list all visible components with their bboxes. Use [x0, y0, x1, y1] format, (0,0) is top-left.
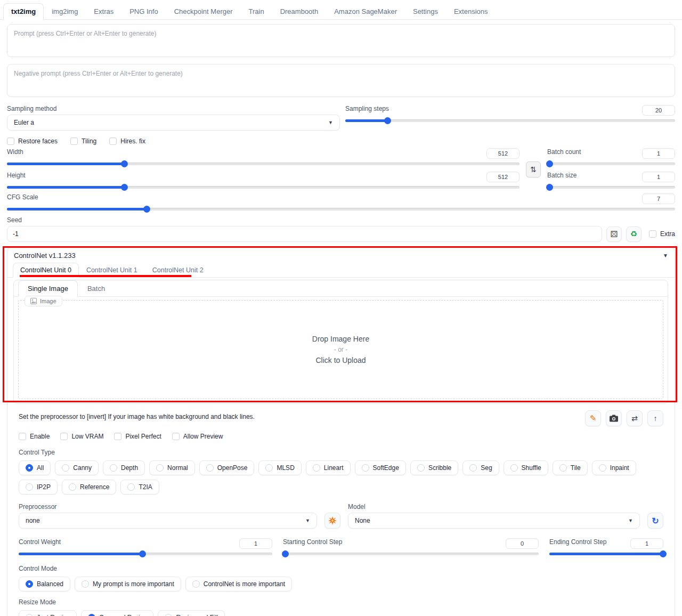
radio-icon	[206, 464, 214, 472]
tab-controlnet-unit-1[interactable]: ControlNet Unit 1	[79, 263, 145, 278]
control-weight-value[interactable]: 1	[239, 538, 272, 549]
control-mode-prompt-important[interactable]: My prompt is more important	[75, 577, 181, 591]
sampling-steps-value[interactable]: 20	[642, 105, 675, 116]
swap-horizontal-icon: ⇄	[631, 414, 638, 423]
controlnet-title: ControlNet v1.1.233	[14, 252, 76, 260]
control-type-normal[interactable]: Normal	[149, 460, 195, 475]
resize-mode-just-resize[interactable]: Just Resize	[19, 610, 77, 616]
batch-size-label: Batch size	[547, 172, 577, 179]
allow-preview-checkbox[interactable]: Allow Preview	[172, 433, 223, 440]
option-label: Reference	[80, 483, 109, 491]
control-type-openpose[interactable]: OpenPose	[199, 460, 255, 475]
height-value[interactable]: 512	[486, 172, 519, 182]
batch-count-value[interactable]: 1	[642, 148, 675, 159]
reuse-seed-button[interactable]: ♻	[626, 226, 642, 242]
control-type-shuffle[interactable]: Shuffle	[504, 460, 548, 475]
tab-single-image[interactable]: Single Image	[18, 280, 78, 297]
control-type-inpaint[interactable]: Inpaint	[592, 460, 636, 475]
tab-controlnet-unit-2[interactable]: ControlNet Unit 2	[145, 263, 211, 278]
prompt-input[interactable]	[7, 24, 675, 57]
tab-controlnet-unit-0[interactable]: ControlNet Unit 0	[13, 263, 79, 278]
preprocessor-dropdown[interactable]: none ▼	[19, 513, 317, 529]
tab-extensions[interactable]: Extensions	[446, 3, 496, 20]
webcam-button[interactable]	[606, 410, 622, 426]
tab-dreambooth[interactable]: Dreambooth	[272, 3, 327, 20]
sampling-method-dropdown[interactable]: Euler a ▼	[7, 115, 340, 131]
mirror-webcam-button[interactable]: ⇄	[627, 410, 643, 426]
sampling-steps-slider[interactable]	[345, 117, 675, 124]
control-type-t2ia[interactable]: T2IA	[120, 480, 159, 495]
run-preprocessor-button[interactable]	[324, 513, 340, 529]
tab-txt2img[interactable]: txt2img	[3, 3, 44, 20]
negative-prompt-input[interactable]	[7, 64, 675, 97]
image-dropzone[interactable]: Image Drop Image Here - or - Click to Up…	[18, 300, 663, 399]
tab-amazon-sagemaker[interactable]: Amazon SageMaker	[326, 3, 405, 20]
control-type-scribble[interactable]: Scribble	[410, 460, 458, 475]
starting-control-step-value[interactable]: 0	[506, 538, 539, 549]
control-type-depth[interactable]: Depth	[103, 460, 145, 475]
ending-control-step-label: Ending Control Step	[549, 538, 606, 546]
tiling-checkbox[interactable]: Tiling	[70, 137, 96, 145]
swap-dimensions-button[interactable]: ⇅	[526, 161, 541, 177]
seed-input[interactable]	[7, 226, 602, 242]
width-value[interactable]: 512	[486, 148, 519, 159]
cfg-scale-value[interactable]: 7	[642, 193, 675, 204]
control-type-seg[interactable]: Seg	[462, 460, 499, 475]
cfg-scale-slider[interactable]	[7, 206, 675, 213]
tab-batch[interactable]: Batch	[78, 280, 115, 297]
tab-checkpoint-merger[interactable]: Checkpoint Merger	[166, 3, 241, 20]
arrow-up-icon: ↑	[654, 414, 657, 423]
control-mode-controlnet-important[interactable]: ControlNet is more important	[185, 577, 292, 591]
random-seed-button[interactable]: ⚄	[606, 226, 622, 242]
tab-train[interactable]: Train	[241, 3, 272, 20]
ending-control-step-value[interactable]: 1	[630, 538, 663, 549]
batch-size-slider[interactable]	[547, 184, 675, 191]
seed-extra-label: Extra	[660, 230, 675, 238]
top-tab-bar: txt2img img2img Extras PNG Info Checkpoi…	[0, 0, 682, 20]
radio-icon	[69, 483, 76, 491]
hires-fix-checkbox[interactable]: Hires. fix	[109, 137, 145, 145]
controlnet-unit-tab-bar: ControlNet Unit 0 ControlNet Unit 1 Cont…	[7, 263, 675, 278]
restore-faces-checkbox[interactable]: Restore faces	[7, 137, 58, 145]
radio-icon	[82, 580, 89, 588]
ending-control-step-slider[interactable]	[549, 550, 663, 557]
option-label: Resize and Fill	[176, 614, 218, 616]
starting-control-step-slider[interactable]	[283, 550, 539, 557]
radio-icon	[559, 464, 567, 472]
control-weight-slider[interactable]	[19, 550, 272, 557]
send-dimensions-button[interactable]: ↑	[647, 410, 663, 426]
width-slider[interactable]	[7, 160, 519, 167]
refresh-models-button[interactable]: ↻	[647, 513, 663, 529]
control-type-ip2p[interactable]: IP2P	[19, 480, 58, 495]
control-mode-balanced[interactable]: Balanced	[19, 577, 70, 591]
control-type-lineart[interactable]: Lineart	[306, 460, 351, 475]
tab-img2img[interactable]: img2img	[44, 3, 86, 20]
batch-size-value[interactable]: 1	[642, 172, 675, 182]
preprocessor-note: Set the preprocessor to [invert] If your…	[19, 410, 255, 420]
control-type-reference[interactable]: Reference	[62, 480, 116, 495]
height-slider[interactable]	[7, 184, 519, 191]
control-type-mlsd[interactable]: MLSD	[258, 460, 301, 475]
controlnet-accordion-header[interactable]: ControlNet v1.1.233 ▼	[7, 248, 675, 263]
slider-handle	[660, 550, 667, 557]
control-type-softedge[interactable]: SoftEdge	[355, 460, 406, 475]
pixel-perfect-checkbox[interactable]: Pixel Perfect	[114, 433, 161, 440]
radio-icon	[417, 464, 425, 472]
batch-count-slider[interactable]	[547, 160, 675, 167]
control-type-tile[interactable]: Tile	[553, 460, 588, 475]
seed-extra-checkbox[interactable]: Extra	[649, 230, 675, 238]
tab-settings[interactable]: Settings	[405, 3, 446, 20]
resize-mode-crop-and-resize[interactable]: Crop and Resize	[81, 610, 153, 616]
resize-mode-resize-and-fill[interactable]: Resize and Fill	[158, 610, 225, 616]
sampling-method-value: Euler a	[14, 119, 34, 126]
tab-extras[interactable]: Extras	[86, 3, 121, 20]
radio-icon	[127, 483, 135, 491]
control-type-canny[interactable]: Canny	[55, 460, 99, 475]
control-type-all[interactable]: All	[19, 460, 51, 475]
tab-png-info[interactable]: PNG Info	[121, 3, 166, 20]
low-vram-checkbox[interactable]: Low VRAM	[60, 433, 103, 440]
enable-checkbox[interactable]: Enable	[19, 433, 50, 440]
model-dropdown[interactable]: None ▼	[348, 513, 640, 529]
new-canvas-button[interactable]: ✎	[585, 410, 601, 426]
control-weight-label: Control Weight	[19, 538, 61, 546]
